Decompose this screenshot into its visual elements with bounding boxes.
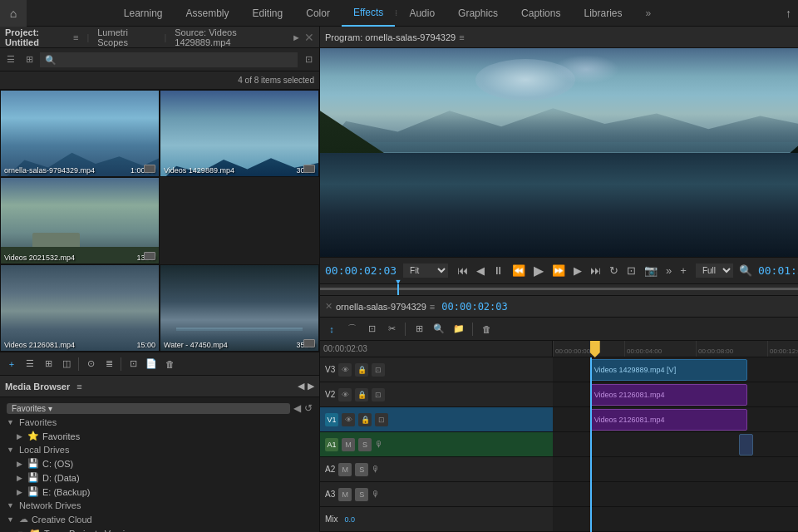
mb-drive-d[interactable]: ▶ 💾 D: (Data) xyxy=(10,470,319,485)
mb-forward-btn[interactable]: ▶ xyxy=(308,381,314,392)
tl-tool-4[interactable]: ✂ xyxy=(383,321,400,337)
mb-drive-e[interactable]: ▶ 💾 E: (Backup) xyxy=(10,485,319,499)
track-a1-solo-btn[interactable]: S xyxy=(358,438,372,451)
clip-v3-1[interactable]: Videos 1429889.mp4 [V] xyxy=(590,359,747,381)
step-back-btn[interactable]: ◀ xyxy=(474,264,487,277)
track-a3-mute-btn[interactable]: M xyxy=(338,488,352,501)
nav-tab-libraries[interactable]: Libraries xyxy=(572,1,633,26)
add-marker-btn[interactable]: + xyxy=(677,264,689,277)
list-icon[interactable]: ☰ xyxy=(3,52,18,67)
step-forward-1-btn[interactable]: ⏸ xyxy=(490,264,506,277)
monitor-dots[interactable]: ≡ xyxy=(459,32,464,42)
track-v1-eye-btn[interactable]: 👁 xyxy=(342,413,355,426)
list-view-icon[interactable]: ☰ xyxy=(22,356,38,372)
track-v1-sync-btn[interactable]: ⊡ xyxy=(375,413,388,426)
step-back-frame-btn[interactable]: ⏮ xyxy=(455,264,470,277)
nav-tab-assembly[interactable]: Assembly xyxy=(175,1,241,26)
mb-refresh-btn[interactable]: ↺ xyxy=(304,402,313,414)
freeform-icon[interactable]: ◫ xyxy=(58,356,75,372)
monitor-timeline[interactable] xyxy=(320,283,798,295)
track-v2-lock-btn[interactable]: 🔒 xyxy=(355,388,368,401)
track-a1-active-btn[interactable]: A1 xyxy=(325,438,338,451)
nav-tab-effects[interactable]: Effects xyxy=(342,0,395,27)
media-browser-menu[interactable]: ≡ xyxy=(76,382,81,392)
mb-team-projects[interactable]: ▼ 📁 Team Projects Versions xyxy=(10,526,319,532)
tl-marker-btn[interactable]: 🔍 xyxy=(431,321,447,337)
track-a1-mute-btn[interactable]: M xyxy=(342,438,355,451)
fit-select[interactable]: Fit25%50%100% xyxy=(403,264,448,278)
clip-a1-1[interactable] xyxy=(739,434,753,456)
tl-folder-btn[interactable]: 📁 xyxy=(451,321,467,337)
mb-back-btn[interactable]: ◀ xyxy=(298,381,304,392)
media-item-1[interactable]: ornella-salas-9794329.mp4 1:00:09 xyxy=(0,90,160,177)
export-frame-btn[interactable]: 📷 xyxy=(642,264,660,277)
source-tab[interactable]: Source: Videos 1429889.mp4 xyxy=(175,27,285,47)
zoom-search-icon[interactable]: 🔍 xyxy=(736,264,755,277)
rewind-btn[interactable]: ⏪ xyxy=(510,264,528,277)
export-icon[interactable]: ↑ xyxy=(786,7,791,20)
tl-tool-3[interactable]: ⊡ xyxy=(363,321,380,337)
nav-tab-editing[interactable]: Editing xyxy=(241,1,295,26)
favorites-select[interactable]: Favorites ▾ xyxy=(7,403,290,414)
step-fwd-btn[interactable]: ▶ xyxy=(571,264,584,277)
timeline-close-btn[interactable]: ✕ xyxy=(325,301,332,312)
mb-creative-cloud-section[interactable]: ▼ ☁ Creative Cloud xyxy=(0,512,319,526)
clip-v1-1[interactable]: Videos 2126081.mp4 xyxy=(590,409,747,431)
track-v3-eye-btn[interactable]: 👁 xyxy=(338,363,352,377)
media-item-2[interactable]: Videos 1429889.mp4 30:00 xyxy=(160,90,319,177)
mb-favorites-section[interactable]: ▼ Favorites xyxy=(0,416,319,429)
track-a2-solo-btn[interactable]: S xyxy=(355,463,368,476)
track-v1-active-btn[interactable]: V1 xyxy=(325,413,338,426)
nav-more-button[interactable]: » xyxy=(634,1,663,26)
tl-tool-2[interactable]: ⌒ xyxy=(343,321,360,337)
timeline-track-content[interactable]: 00:00:00:00 00:00:04:00 00:00:08:00 00:0… xyxy=(553,341,798,532)
icon-view-btn[interactable]: ⊞ xyxy=(40,356,57,372)
media-item-3[interactable]: Videos 2021532.mp4 13:09 xyxy=(0,177,160,264)
quality-select[interactable]: Full1/21/4 xyxy=(696,264,733,278)
new-item-icon[interactable]: 📄 xyxy=(143,356,160,372)
track-a3-solo-btn[interactable]: S xyxy=(355,488,368,501)
mb-favorites-item[interactable]: ▶ ⭐ Favorites xyxy=(10,429,319,443)
mb-network-drives-section[interactable]: ▼ Network Drives xyxy=(0,499,319,512)
play-btn[interactable]: ▶ xyxy=(531,263,546,278)
grid-icon[interactable]: ⊞ xyxy=(22,52,37,67)
search-filter-icon[interactable]: ⊡ xyxy=(301,52,316,67)
tl-tool-1[interactable]: ↕ xyxy=(323,321,340,337)
tl-snap-btn[interactable]: ⊞ xyxy=(411,321,427,337)
source-dots[interactable]: ► xyxy=(292,32,301,42)
project-search-input[interactable] xyxy=(40,52,298,67)
track-v2-sync-btn[interactable]: ⊡ xyxy=(372,388,385,401)
home-button[interactable]: ⌂ xyxy=(0,0,27,27)
loop-btn[interactable]: ↻ xyxy=(607,264,621,277)
mb-drive-c[interactable]: ▶ 💾 C: (OS) xyxy=(10,456,319,470)
nav-tab-learning[interactable]: Learning xyxy=(112,1,175,26)
safe-margin-btn[interactable]: ⊡ xyxy=(624,264,638,277)
nav-tab-audio[interactable]: Audio xyxy=(397,1,446,26)
sort-icon[interactable]: ⊙ xyxy=(82,356,99,372)
track-v3-sync-btn[interactable]: ⊡ xyxy=(372,363,385,377)
mb-local-drives-section[interactable]: ▼ Local Drives xyxy=(0,443,319,456)
clip-v2-1[interactable]: Videos 2126081.mp4 xyxy=(590,384,747,406)
timeline-seq-dots[interactable]: ≡ xyxy=(430,302,435,312)
track-a2-mute-btn[interactable]: M xyxy=(338,463,352,476)
find-icon[interactable]: ⊡ xyxy=(125,356,141,372)
new-bin-icon[interactable]: + xyxy=(3,356,20,372)
nav-tab-color[interactable]: Color xyxy=(294,1,342,26)
project-menu-icon[interactable]: ≡ xyxy=(73,32,78,42)
track-v2-eye-btn[interactable]: 👁 xyxy=(338,388,352,401)
tl-delete-btn[interactable]: 🗑 xyxy=(478,321,495,337)
forward-btn[interactable]: ⏩ xyxy=(549,264,568,277)
mb-add-btn[interactable]: ◀ xyxy=(293,402,301,414)
panel-close-btn[interactable]: ✕ xyxy=(304,31,314,44)
media-item-4[interactable]: Videos 2126081.mp4 15:00 xyxy=(0,264,160,352)
monitor-playhead[interactable] xyxy=(397,284,399,295)
track-v3-lock-btn[interactable]: 🔒 xyxy=(355,363,368,377)
track-v1-lock-btn[interactable]: 🔒 xyxy=(358,413,372,426)
nav-tab-graphics[interactable]: Graphics xyxy=(446,1,510,26)
media-item-5[interactable]: Water - 47450.mp4 35:29 xyxy=(160,264,319,352)
mb-favorites-dropdown[interactable]: Favorites ▾ ◀ ↺ xyxy=(0,401,319,416)
nav-tab-captions[interactable]: Captions xyxy=(510,1,572,26)
lumetri-scopes-tab[interactable]: Lumetri Scopes xyxy=(97,27,155,47)
more-ctrl-btn[interactable]: » xyxy=(663,264,674,277)
clear-icon[interactable]: 🗑 xyxy=(161,356,178,372)
